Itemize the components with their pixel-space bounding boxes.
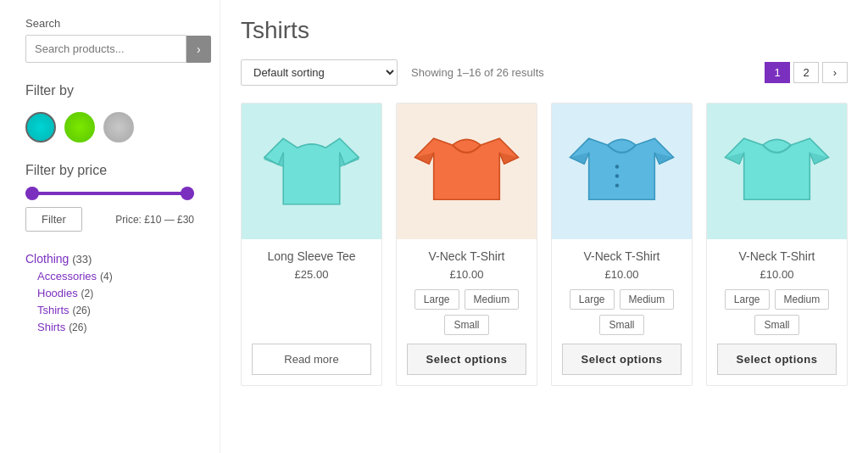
subcategory-hoodies: Hoodies (2) xyxy=(37,286,194,299)
vneck-orange-image xyxy=(410,117,523,226)
read-more-button-1[interactable]: Read more xyxy=(252,344,371,375)
vneck-blue-image xyxy=(565,117,678,226)
color-filter-cyan[interactable] xyxy=(25,112,56,143)
subcategory-accessories-link[interactable]: Accessories xyxy=(37,270,97,282)
subcategory-tshirts-link[interactable]: Tshirts xyxy=(37,304,70,316)
filter-by-title: Filter by xyxy=(25,83,194,98)
toolbar: Default sorting Sort by popularity Sort … xyxy=(241,59,848,86)
long-sleeve-tee-image xyxy=(255,117,368,226)
product-image-3 xyxy=(552,103,692,239)
svg-point-1 xyxy=(615,174,619,177)
color-filters xyxy=(25,112,194,143)
product-action-4: Select options xyxy=(717,344,837,375)
product-variants-4: Large Medium Small xyxy=(717,289,837,335)
price-range: Price: £10 — £30 xyxy=(115,214,194,226)
main-content: Tshirts Default sorting Sort by populari… xyxy=(220,0,868,453)
category-clothing-count: (33) xyxy=(72,253,92,266)
product-card-3: V-Neck T-Shirt £10.00 Large Medium Small… xyxy=(551,103,693,386)
search-row: › xyxy=(25,35,194,63)
variant-large-2[interactable]: Large xyxy=(415,289,459,310)
category-clothing: Clothing (33) Accessories (4) Hoodies (2… xyxy=(25,252,194,333)
page-2-button[interactable]: 2 xyxy=(793,62,819,83)
product-name-2: V-Neck T-Shirt xyxy=(407,249,526,263)
product-variants-2: Large Medium Small xyxy=(407,289,526,335)
subcategory-hoodies-link[interactable]: Hoodies xyxy=(37,287,78,299)
sidebar: Search › Filter by Filter by price Filte… xyxy=(0,0,220,453)
search-button[interactable]: › xyxy=(186,36,211,63)
select-options-button-3[interactable]: Select options xyxy=(562,344,682,375)
product-image-2 xyxy=(397,103,537,239)
product-variants-3: Large Medium Small xyxy=(562,289,682,335)
subcategory-tshirts: Tshirts (26) xyxy=(37,303,194,316)
product-action-2: Select options xyxy=(407,344,526,375)
price-slider-track[interactable] xyxy=(25,192,194,195)
variant-medium-2[interactable]: Medium xyxy=(465,289,520,310)
filter-price-title: Filter by price xyxy=(25,163,194,178)
filter-row: Filter Price: £10 — £30 xyxy=(25,207,194,232)
products-grid: Long Sleeve Tee £25.00 Read more xyxy=(241,103,848,386)
variant-small-2[interactable]: Small xyxy=(444,315,488,335)
color-filter-gray[interactable] xyxy=(103,112,134,143)
svg-point-0 xyxy=(615,165,619,168)
search-label: Search xyxy=(25,17,194,30)
select-options-button-4[interactable]: Select options xyxy=(717,344,837,375)
subcategory-accessories: Accessories (4) xyxy=(37,269,194,282)
subcategory-shirts-link[interactable]: Shirts xyxy=(37,321,65,333)
product-image-4 xyxy=(707,103,847,239)
page-next-button[interactable]: › xyxy=(822,62,848,83)
product-info-3: V-Neck T-Shirt £10.00 Large Medium Small… xyxy=(552,239,692,385)
product-action-1: Read more xyxy=(252,344,371,375)
product-name-4: V-Neck T-Shirt xyxy=(717,249,837,263)
page-1-button[interactable]: 1 xyxy=(765,62,790,83)
variant-small-4[interactable]: Small xyxy=(754,315,798,335)
variant-large-4[interactable]: Large xyxy=(725,289,770,310)
product-price-3: £10.00 xyxy=(562,268,682,281)
subcategory-shirts: Shirts (26) xyxy=(37,320,194,333)
subcategory-tshirts-count: (26) xyxy=(72,305,90,316)
page-title: Tshirts xyxy=(241,17,848,44)
variant-large-3[interactable]: Large xyxy=(570,289,615,310)
product-image-1 xyxy=(242,103,381,239)
search-input[interactable] xyxy=(25,35,186,63)
results-count: Showing 1–16 of 26 results xyxy=(411,66,544,79)
pagination: 1 2 › xyxy=(765,62,848,83)
select-options-button-2[interactable]: Select options xyxy=(407,344,526,375)
variant-small-3[interactable]: Small xyxy=(599,315,643,335)
product-info-1: Long Sleeve Tee £25.00 Read more xyxy=(242,239,381,385)
product-name-1: Long Sleeve Tee xyxy=(252,249,371,263)
product-info-2: V-Neck T-Shirt £10.00 Large Medium Small… xyxy=(397,239,537,385)
variant-medium-4[interactable]: Medium xyxy=(775,289,830,310)
category-list: Clothing (33) Accessories (4) Hoodies (2… xyxy=(25,252,194,333)
product-info-4: V-Neck T-Shirt £10.00 Large Medium Small… xyxy=(707,239,847,385)
vneck-mint-image xyxy=(721,117,833,226)
product-price-2: £10.00 xyxy=(407,268,526,281)
product-name-3: V-Neck T-Shirt xyxy=(562,249,682,263)
svg-point-2 xyxy=(615,183,619,187)
price-slider-fill xyxy=(25,192,194,195)
variant-medium-3[interactable]: Medium xyxy=(620,289,675,310)
product-card-4: V-Neck T-Shirt £10.00 Large Medium Small… xyxy=(706,103,848,386)
color-filter-green[interactable] xyxy=(64,112,95,143)
subcategory-shirts-count: (26) xyxy=(69,322,86,333)
sort-select[interactable]: Default sorting Sort by popularity Sort … xyxy=(241,59,398,86)
price-thumb-left[interactable] xyxy=(25,187,39,200)
product-price-4: £10.00 xyxy=(717,268,837,281)
product-card-2: V-Neck T-Shirt £10.00 Large Medium Small… xyxy=(396,103,537,386)
category-clothing-link[interactable]: Clothing xyxy=(25,252,69,266)
price-thumb-right[interactable] xyxy=(181,187,194,200)
product-card-1: Long Sleeve Tee £25.00 Read more xyxy=(241,103,382,386)
sub-category-list: Accessories (4) Hoodies (2) Tshirts (26)… xyxy=(25,269,194,333)
product-price-1: £25.00 xyxy=(252,268,371,281)
product-action-3: Select options xyxy=(562,344,682,375)
filter-button[interactable]: Filter xyxy=(25,207,82,232)
subcategory-accessories-count: (4) xyxy=(100,271,113,282)
subcategory-hoodies-count: (2) xyxy=(81,288,94,299)
